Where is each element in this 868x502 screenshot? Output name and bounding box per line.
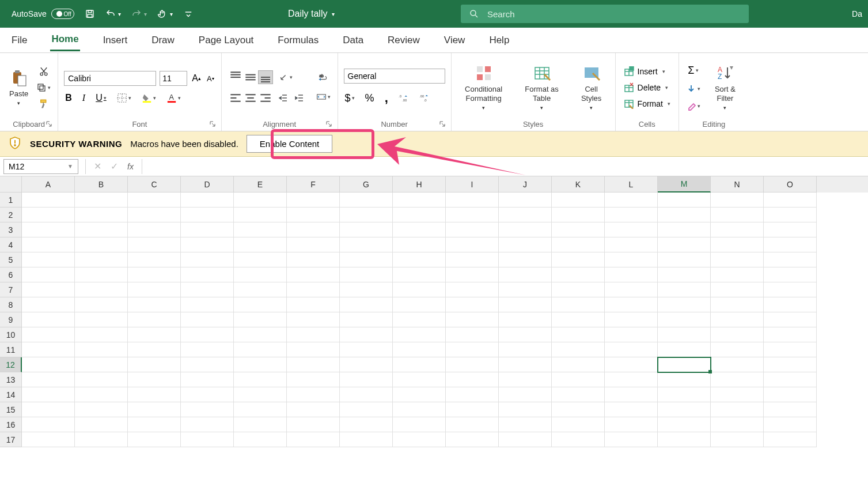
cell[interactable] [181,237,234,252]
cell[interactable] [234,327,287,342]
autosum-button[interactable]: Σ▾ [685,63,702,78]
cell[interactable] [181,222,234,237]
cell[interactable] [340,237,393,252]
row-header[interactable]: 6 [0,267,22,282]
cell[interactable] [234,207,287,222]
cell[interactable] [499,193,552,207]
cell[interactable] [499,237,552,252]
cell[interactable] [234,387,287,402]
undo-button[interactable]: ▾ [105,9,121,19]
cell[interactable] [552,282,605,297]
col-header[interactable]: M [658,176,711,193]
formula-cancel-button[interactable]: ✕ [89,161,106,172]
cell[interactable] [393,342,446,357]
cell[interactable] [711,222,764,237]
cell[interactable] [552,207,605,222]
cell[interactable] [340,402,393,417]
cell[interactable] [287,432,340,447]
cell[interactable] [711,372,764,387]
cell[interactable] [605,417,658,432]
cell[interactable] [446,402,499,417]
cell[interactable] [552,193,605,207]
cell[interactable] [340,357,393,372]
cell[interactable] [128,387,181,402]
align-top-button[interactable] [228,70,243,84]
cell[interactable] [287,312,340,327]
format-as-table-button[interactable]: Format as Table▾ [518,63,566,112]
cell[interactable] [340,252,393,267]
cell[interactable] [287,402,340,417]
cell[interactable] [605,297,658,312]
cell[interactable] [605,402,658,417]
cell[interactable] [181,432,234,447]
cell[interactable] [764,237,817,252]
cell[interactable] [181,402,234,417]
cell[interactable] [711,342,764,357]
search-input[interactable]: Search [461,5,749,23]
accounting-format-button[interactable]: $▾ [344,91,356,105]
cell[interactable] [711,282,764,297]
cell[interactable] [287,372,340,387]
cell[interactable] [499,282,552,297]
cell[interactable] [711,432,764,447]
row-header[interactable]: 13 [0,372,22,387]
cell[interactable] [287,327,340,342]
cell[interactable] [128,357,181,372]
cell[interactable] [393,327,446,342]
copy-button[interactable]: ▾ [35,81,52,94]
format-painter-button[interactable] [35,97,52,110]
cell[interactable] [764,297,817,312]
cell[interactable] [552,252,605,267]
cell[interactable] [446,222,499,237]
clipboard-dialog-launcher[interactable] [45,120,53,129]
cell[interactable] [446,282,499,297]
decrease-indent-button[interactable] [277,92,290,104]
cell[interactable] [764,357,817,372]
cell[interactable] [605,312,658,327]
col-header[interactable]: B [75,176,128,193]
cell[interactable] [393,282,446,297]
cell[interactable] [181,357,234,372]
cell[interactable] [552,372,605,387]
cell[interactable] [446,387,499,402]
cell[interactable] [499,402,552,417]
cell[interactable] [658,222,711,237]
save-icon[interactable] [85,9,95,19]
cell[interactable] [128,372,181,387]
cell[interactable] [287,387,340,402]
cell[interactable] [658,342,711,357]
italic-button[interactable]: I [81,92,86,104]
bold-button[interactable]: B [64,92,73,104]
tab-insert[interactable]: Insert [102,30,129,51]
cell[interactable] [393,297,446,312]
cell[interactable] [181,207,234,222]
cell[interactable] [340,312,393,327]
cell[interactable] [393,222,446,237]
cell[interactable] [605,432,658,447]
row-header[interactable]: 7 [0,282,22,297]
cell[interactable] [181,282,234,297]
cell[interactable] [340,342,393,357]
cell[interactable] [75,402,128,417]
cell[interactable] [605,342,658,357]
cell[interactable] [446,297,499,312]
cell[interactable] [181,372,234,387]
increase-font-button[interactable]: A▴ [191,72,202,85]
sort-filter-button[interactable]: AZ Sort & Filter▾ [707,63,743,112]
cell[interactable] [234,312,287,327]
cell[interactable] [340,207,393,222]
cell[interactable] [499,432,552,447]
cell[interactable] [658,402,711,417]
cell[interactable] [393,312,446,327]
cell[interactable] [75,387,128,402]
cell[interactable] [22,417,75,432]
cell[interactable] [181,193,234,207]
cell[interactable] [658,432,711,447]
cell[interactable] [75,193,128,207]
alignment-dialog-launcher[interactable] [325,120,333,129]
cell[interactable] [764,402,817,417]
cell[interactable] [340,417,393,432]
cell[interactable] [287,342,340,357]
cell[interactable] [75,267,128,282]
cell[interactable] [393,417,446,432]
